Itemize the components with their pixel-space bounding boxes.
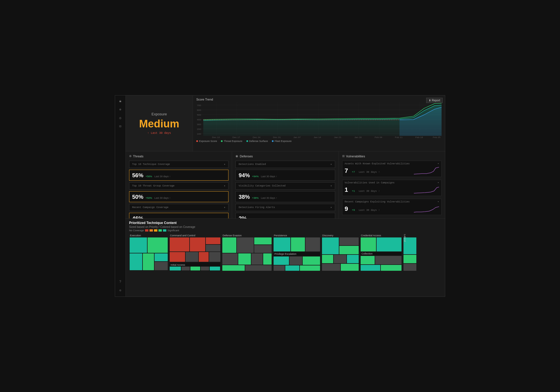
vuln-sparkline-1 [414,166,439,176]
svg-rect-48 [206,245,220,251]
defense-evasion-label: Defense Evasion [223,234,242,237]
credential-access-label: Credential Access [361,234,381,237]
svg-rect-42 [155,253,168,261]
svg-rect-68 [263,253,272,265]
svg-rect-94 [377,237,402,251]
vuln-change-1: +7 [352,171,355,174]
skull-icon[interactable]: ☠ [117,98,124,104]
svg-text:200: 200 [197,128,201,130]
settings-icon[interactable]: ⊙ [117,287,124,294]
vulnerabilities-panel: ⊞ Vulnerabilities Assets With Known Expl… [339,151,445,218]
defenses-metric-1-label: Detections Enabled ▾ [239,163,332,166]
execution-label: Execution [130,234,141,237]
threats-metric-3-label: Recent Campaign Coverage ▾ [132,206,225,209]
defenses-value-2: 38% [239,194,250,200]
svg-rect-98 [375,256,402,264]
monitor-icon[interactable]: ⊡ [117,123,124,130]
legend-fleet-exposure: Fleet Exposure [272,140,292,143]
svg-rect-52 [209,252,220,262]
treemap-credential-access: Credential Access Collection [360,234,402,271]
svg-rect-99 [361,265,380,271]
threats-metric-3-container: Recent Campaign Coverage ▾ [129,204,228,211]
significant-label: Significant [167,229,179,232]
svg-text:Feb 25: Feb 25 [433,136,441,139]
svg-text:Jan 07: Jan 07 [293,136,301,139]
vuln-period-2: Last 30 days ↑ [359,190,380,193]
svg-rect-88 [334,255,346,263]
svg-rect-77 [274,256,289,265]
svg-rect-78 [290,256,302,265]
bottom-section: Prioritized Technique Content Sized base… [126,219,445,297]
svg-rect-79 [303,256,320,265]
persistence-label: Persistence [274,234,287,237]
svg-rect-61 [222,237,236,253]
svg-text:Jan 14: Jan 14 [314,136,321,139]
defense-evasion-treemap [222,234,272,271]
threats-value-3: 46% [132,215,143,218]
discovery-treemap [321,234,359,271]
app-container: ☠ ⊕ ◎ ⊡ ? ⊙ Exposure Medium ↑ Last 30 da… [115,95,445,297]
threats-period-2: Last 30 days ↑ [154,197,171,199]
defenses-metric-1-value: 94% +94% Last 30 days ↑ [235,170,335,181]
defenses-value-1: 94% [239,172,250,179]
no-coverage-label: No Coverage [129,229,144,232]
svg-rect-62 [237,237,254,253]
treemap-command-control: Command and Control [169,234,221,271]
threats-dropdown-2[interactable]: ▾ [224,184,225,188]
command-control-treemap: Initial Access [169,234,221,271]
color-orange [150,229,153,232]
execution-treemap [129,234,168,271]
svg-text:Privilege Escalation: Privilege Escalation [274,253,297,255]
svg-rect-63 [254,237,272,244]
legend-exposure-score: Exposure Score [196,140,217,143]
treemap-defense-evasion: Defense Evasion [222,234,272,271]
defenses-dropdown-3[interactable]: ▾ [330,206,332,209]
svg-rect-43 [155,262,168,270]
vuln-dropdown-2[interactable]: ▾ [438,181,439,184]
vuln-dropdown-1[interactable]: ▾ [438,162,439,165]
vuln-section-2: Vulnerabilities Used in Campaigns ▾ 1 +1… [342,180,442,196]
defenses-metric-3-label: Detections Firing Alerts ▾ [239,206,332,209]
svg-rect-57 [190,267,200,270]
shield-icon[interactable]: ⊕ [117,106,124,113]
exposure-panel: Exposure Medium ↑ Last 30 days [126,95,193,151]
svg-rect-69 [222,265,245,271]
svg-rect-55 [170,267,181,270]
svg-rect-100 [381,265,402,271]
svg-rect-65 [222,253,238,265]
chart-legend: Exposure Score Threat Exposure Defense S… [196,140,442,143]
defenses-icon: ◉ [235,154,238,158]
threats-metric-3-value: 46% +46% Last 30 days ↑ [129,213,228,218]
svg-rect-67 [251,253,263,265]
treemap-persistence: Persistence Privilege Escalation [273,234,321,271]
svg-text:400: 400 [197,119,201,121]
defenses-dropdown-1[interactable]: ▾ [330,163,332,166]
threats-dropdown-1[interactable]: ▾ [224,163,225,166]
defenses-title: ◉ Defenses [235,154,335,158]
svg-text:500: 500 [197,114,201,116]
vuln-change-3: +9 [352,209,355,212]
svg-text:Initial Access: Initial Access [171,263,185,266]
threats-title: ⊕ Threats [129,154,228,158]
discovery-label: Discovery [322,234,333,237]
vuln-value-2: 1 [345,186,348,193]
threats-change-3: +46% [146,218,152,218]
svg-rect-81 [285,265,299,271]
chart-area: 700 600 500 400 300 200 100 [196,102,442,139]
exposure-value: Medium [139,118,179,130]
svg-rect-45 [170,237,189,251]
help-icon[interactable]: ? [117,279,124,285]
svg-rect-46 [190,237,205,251]
vuln-dropdown-3[interactable]: ▾ [438,200,439,203]
svg-rect-56 [181,267,190,270]
treemap-discovery: Discovery [321,234,359,271]
target-icon[interactable]: ◎ [117,115,124,121]
threats-dropdown-3[interactable]: ▾ [224,206,225,209]
vulnerabilities-icon: ⊞ [342,154,345,158]
threats-period-1: Last 30 days ↑ [154,175,171,178]
defenses-period-1: Last 30 days ↑ [261,175,277,178]
svg-rect-73 [291,237,305,251]
defenses-dropdown-2[interactable]: ▾ [330,184,332,188]
defenses-period-3: Last 30 days ↑ [256,218,273,218]
threats-metric-1-container: Top 10 Technique Coverage ▾ [129,161,228,168]
